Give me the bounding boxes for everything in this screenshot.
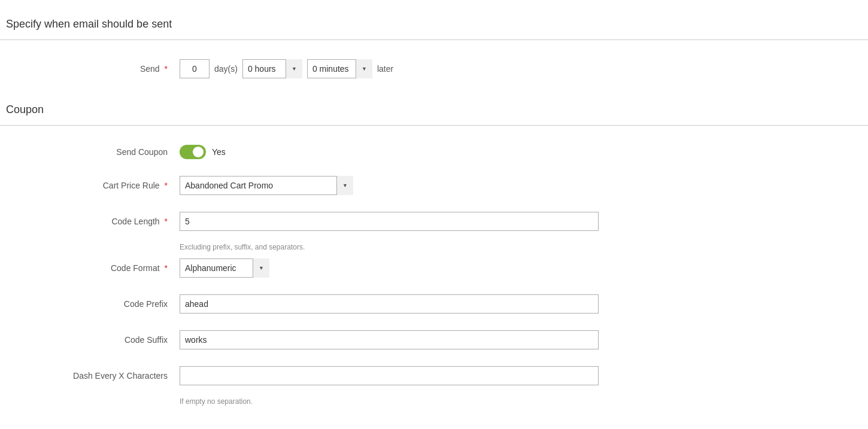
send-days-input[interactable] [180,59,210,78]
send-required-star: * [165,64,168,74]
code-format-required-star: * [165,263,168,273]
code-suffix-label: Code Suffix [12,335,180,345]
toggle-yes-label: Yes [212,147,226,157]
dash-every-label: Dash Every X Characters [12,371,180,381]
section1-divider [0,39,868,40]
days-label: day(s) [214,64,238,74]
minutes-select[interactable]: 0 minutes 15 minutes 30 minutes 45 minut… [307,59,372,78]
dash-every-hint: If empty no separation. [0,397,868,406]
code-format-label: Code Format * [12,263,180,273]
send-coupon-row: Send Coupon Yes [0,138,868,166]
dash-every-input[interactable] [180,366,599,385]
send-coupon-label: Send Coupon [12,147,180,157]
cart-price-rule-label: Cart Price Rule * [12,181,180,190]
code-suffix-row: Code Suffix [0,323,868,357]
code-length-label: Code Length * [12,217,180,226]
section2-divider [0,125,868,126]
cart-price-select-wrapper: Abandoned Cart Promo Summer Sale Winter … [180,176,353,195]
cart-price-required-star: * [165,181,168,190]
send-label: Send * [12,64,180,74]
minutes-select-wrapper: 0 minutes 15 minutes 30 minutes 45 minut… [307,59,372,78]
code-length-row-wrapper: Code Length * Excluding prefix, suffix, … [0,205,868,251]
code-length-hint: Excluding prefix, suffix, and separators… [0,243,868,251]
section2-title: Coupon [0,98,868,125]
code-prefix-label: Code Prefix [12,299,180,309]
code-prefix-input[interactable] [180,294,599,314]
section1-title: Specify when email should be sent [0,12,868,39]
code-format-row: Code Format * Alphanumeric Alphabetical … [0,251,868,285]
cart-price-select[interactable]: Abandoned Cart Promo Summer Sale Winter … [180,176,353,195]
dash-every-row: Dash Every X Characters [0,359,868,393]
code-suffix-input[interactable] [180,330,599,349]
code-length-input[interactable] [180,212,599,231]
code-length-row: Code Length * [0,205,868,238]
send-coupon-toggle-wrapper: Yes [180,145,226,159]
dash-every-row-wrapper: Dash Every X Characters If empty no sepa… [0,359,868,406]
toggle-slider [180,145,206,159]
code-format-select[interactable]: Alphanumeric Alphabetical Numeric [180,258,269,278]
later-label: later [377,64,393,74]
send-controls: day(s) 0 hours 1 hour 2 hours 3 hours 4 … [180,59,856,78]
code-length-required-star: * [165,217,168,226]
code-format-select-wrapper: Alphanumeric Alphabetical Numeric [180,258,269,278]
send-row: Send * day(s) 0 hours 1 hour 2 hours 3 h… [0,52,868,86]
send-coupon-toggle[interactable] [180,145,206,159]
hours-select[interactable]: 0 hours 1 hour 2 hours 3 hours 4 hours 5… [242,59,302,78]
code-prefix-row: Code Prefix [0,287,868,321]
cart-price-rule-row: Cart Price Rule * Abandoned Cart Promo S… [0,169,868,202]
hours-select-wrapper: 0 hours 1 hour 2 hours 3 hours 4 hours 5… [242,59,302,78]
